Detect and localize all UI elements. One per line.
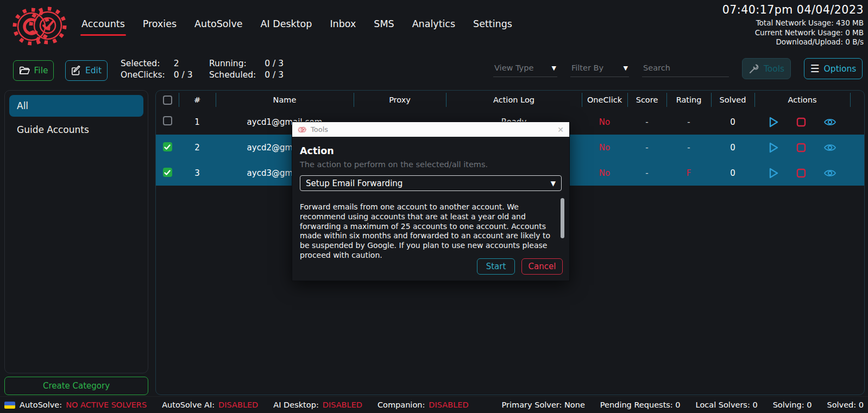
nav-inbox[interactable]: Inbox: [330, 18, 356, 36]
action-select-value: Setup Email Forwarding: [306, 179, 402, 188]
main-nav: Accounts Proxies AutoSolve AI Desktop In…: [81, 18, 512, 36]
select-all-checkbox[interactable]: [163, 96, 172, 105]
filter-by-label: Filter By: [571, 63, 603, 72]
nav-analytics[interactable]: Analytics: [412, 18, 455, 36]
tools-dialog-body: Action The action to perform on the sele…: [292, 137, 569, 282]
running-label: Running:: [209, 59, 256, 68]
nav-sms[interactable]: SMS: [374, 18, 394, 36]
header-solved: Solved: [711, 91, 754, 109]
sidebar-item-all[interactable]: All: [9, 95, 143, 117]
options-button-label: Options: [824, 64, 857, 74]
run-stats: Running: 0 / 3 Scheduled: 0 / 3: [209, 59, 284, 80]
nav-proxies[interactable]: Proxies: [143, 18, 177, 36]
solved-status: Solved: 0: [827, 401, 864, 409]
header-proxy: Proxy: [354, 91, 446, 109]
filter-by-dropdown[interactable]: Filter By ▼: [570, 60, 629, 77]
header-rating: Rating: [666, 91, 711, 109]
header-action-log: Action Log: [446, 91, 582, 109]
scheduled-label: Scheduled:: [209, 70, 256, 80]
action-select[interactable]: Setup Email Forwarding ▼: [300, 175, 562, 191]
row-checkbox[interactable]: [163, 116, 172, 125]
cell-num: 3: [179, 168, 216, 178]
view-type-dropdown[interactable]: View Type ▼: [493, 60, 557, 77]
ai-desktop-status: DISABLED: [323, 401, 362, 409]
eye-icon[interactable]: [823, 118, 836, 126]
description-scrollbar-thumb[interactable]: [561, 198, 564, 238]
cell-num: 1: [179, 117, 216, 127]
stop-icon[interactable]: [796, 143, 806, 153]
nav-ai-desktop[interactable]: AI Desktop: [261, 18, 312, 36]
autosolve-label: AutoSolve:: [20, 401, 62, 409]
edit-pencil-icon: [71, 66, 81, 75]
total-network-usage: Total Network Usage: 430 MB: [755, 18, 864, 28]
selected-value: 2: [174, 59, 193, 68]
header-select-all[interactable]: [156, 91, 179, 109]
selection-stats: Selected: 2 OneClicks: 0 / 3: [121, 59, 193, 80]
ukraine-flag-icon: [4, 402, 15, 409]
tools-button[interactable]: Tools: [742, 58, 791, 79]
companion-label: Companion:: [378, 401, 425, 409]
play-icon[interactable]: [768, 167, 779, 179]
tools-dialog-titlebar[interactable]: Tools ✕: [292, 122, 569, 137]
nav-autosolve[interactable]: AutoSolve: [194, 18, 242, 36]
header-oneclick: OneClick: [582, 91, 627, 109]
play-icon[interactable]: [768, 142, 779, 154]
header-gutter: [850, 91, 864, 109]
tools-dialog-title: Tools: [311, 125, 328, 134]
running-value: 0 / 3: [265, 59, 284, 68]
file-button-label: File: [34, 66, 48, 75]
create-category-button[interactable]: Create Category: [4, 377, 148, 395]
row-checkbox[interactable]: [163, 168, 172, 177]
file-button[interactable]: File: [13, 60, 54, 81]
cell-oneclick: No: [582, 143, 627, 153]
options-button[interactable]: ☰ Options: [804, 58, 863, 79]
cell-oneclick: No: [582, 168, 627, 178]
start-button[interactable]: Start: [477, 258, 515, 275]
close-icon[interactable]: ✕: [557, 125, 564, 134]
selected-label: Selected:: [121, 59, 165, 68]
search-input[interactable]: [642, 60, 729, 77]
autosolve-ai-status: DISABLED: [218, 401, 258, 409]
nav-accounts[interactable]: Accounts: [81, 18, 125, 36]
play-icon[interactable]: [768, 116, 779, 128]
cell-score: -: [627, 143, 666, 153]
cell-solved: 0: [711, 168, 754, 178]
hamburger-menu-icon: ☰: [810, 63, 820, 74]
primary-solver-status: Primary Solver: None: [502, 401, 585, 409]
action-section-title: Action: [300, 145, 562, 156]
cell-rating: -: [666, 117, 711, 127]
local-solvers-status: Local Solvers: 0: [696, 401, 758, 409]
cancel-button[interactable]: Cancel: [521, 258, 563, 275]
wrench-icon: [749, 63, 759, 74]
table-header: # Name Proxy Action Log OneClick Score R…: [156, 91, 864, 109]
row-checkbox[interactable]: [163, 142, 172, 151]
folder-icon: [19, 66, 30, 75]
top-bar: Accounts Proxies AutoSolve AI Desktop In…: [0, 0, 868, 52]
header-score: Score: [627, 91, 666, 109]
edit-button[interactable]: Edit: [65, 60, 108, 81]
companion-status: DISABLED: [429, 401, 468, 409]
chevron-down-icon: ▼: [624, 65, 628, 72]
header-name: Name: [216, 91, 354, 109]
stop-icon[interactable]: [796, 117, 806, 127]
nav-settings[interactable]: Settings: [473, 18, 512, 36]
oneclicks-label: OneClicks:: [121, 70, 165, 80]
pending-requests-status: Pending Requests: 0: [600, 401, 681, 409]
status-bar: AutoSolve: NO ACTIVE SOLVERS AutoSolve A…: [0, 396, 868, 413]
action-section-subtitle: The action to perform on the selected/al…: [300, 160, 562, 169]
chevron-down-icon: ▼: [551, 180, 556, 187]
cell-num: 2: [179, 143, 216, 153]
eye-icon[interactable]: [823, 143, 836, 152]
header-actions: Actions: [754, 91, 850, 109]
stop-icon[interactable]: [796, 168, 806, 178]
tools-dialog: Tools ✕ Action The action to perform on …: [292, 122, 570, 281]
oneclicks-value: 0 / 3: [174, 70, 193, 80]
cell-rating: F: [666, 168, 711, 178]
clock: 07:40:17pm 04/04/2023: [722, 3, 864, 16]
action-description: Forward emails from one account to anoth…: [300, 202, 554, 260]
eye-icon[interactable]: [823, 169, 836, 177]
cell-rating: -: [666, 143, 711, 153]
sidebar-item-guide-accounts[interactable]: Guide Accounts: [9, 119, 143, 141]
search-field: [642, 60, 729, 77]
solving-status: Solving: 0: [773, 401, 812, 409]
